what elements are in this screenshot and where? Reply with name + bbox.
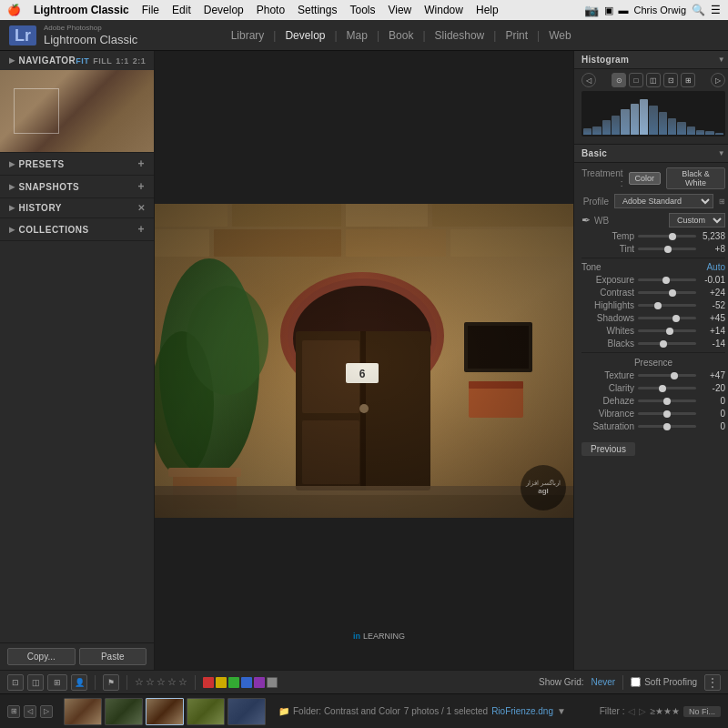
- menu-develop[interactable]: Develop: [204, 4, 244, 16]
- hamburger-icon[interactable]: ☰: [711, 4, 721, 16]
- hist-tool-2[interactable]: □: [629, 73, 643, 87]
- apple-menu[interactable]: 🍎: [7, 4, 21, 16]
- filmstrip-arrow-right[interactable]: ▷: [40, 705, 53, 718]
- temp-slider-track[interactable]: [638, 235, 696, 238]
- star-4[interactable]: ☆: [167, 676, 177, 688]
- slider-thumb-3[interactable]: [672, 315, 680, 322]
- tab-map[interactable]: Map: [339, 27, 375, 44]
- fit-btn[interactable]: FIT: [76, 56, 89, 66]
- star-rating[interactable]: ☆ ☆ ☆ ☆ ☆: [135, 676, 187, 688]
- wb-select[interactable]: Custom: [669, 213, 725, 228]
- tab-develop[interactable]: Develop: [278, 27, 332, 44]
- color-yellow[interactable]: [216, 677, 227, 688]
- hist-tool-3[interactable]: ◫: [646, 73, 661, 87]
- slider-track-5[interactable]: [638, 342, 696, 345]
- color-purple[interactable]: [254, 677, 265, 688]
- compare-icon[interactable]: ◫: [27, 674, 44, 691]
- presence-thumb-1[interactable]: [659, 385, 666, 392]
- no-filter-btn[interactable]: No Fi...: [683, 706, 721, 717]
- hist-tool-4[interactable]: ⊡: [663, 73, 678, 87]
- tab-print[interactable]: Print: [498, 27, 535, 44]
- menu-settings[interactable]: Settings: [298, 4, 337, 16]
- star-2[interactable]: ☆: [146, 676, 155, 688]
- filmstrip-thumb-1[interactable]: [64, 698, 102, 725]
- filmstrip-thumb-4[interactable]: [187, 698, 225, 725]
- tone-auto[interactable]: Auto: [706, 262, 725, 272]
- profile-select[interactable]: Adobe Standard: [614, 194, 713, 208]
- loupe-icon[interactable]: ⊡: [7, 674, 24, 691]
- 2-1-btn[interactable]: 2:1: [133, 56, 147, 66]
- tint-slider-track[interactable]: [638, 248, 696, 250]
- slider-thumb-0[interactable]: [662, 277, 670, 284]
- menu-edit[interactable]: Edit: [172, 4, 191, 16]
- 1-1-btn[interactable]: 1:1: [116, 56, 129, 66]
- slider-thumb-1[interactable]: [669, 289, 676, 297]
- presence-track-2[interactable]: [638, 399, 696, 402]
- color-btn[interactable]: Color: [629, 172, 662, 185]
- survey-icon[interactable]: ⊞: [47, 674, 67, 691]
- filter-arrow-left[interactable]: ◁: [628, 706, 635, 716]
- collections-add[interactable]: +: [137, 223, 145, 236]
- menu-window[interactable]: Window: [424, 4, 463, 16]
- filmstrip-thumb-3[interactable]: [146, 698, 184, 725]
- star-3[interactable]: ☆: [157, 676, 166, 688]
- tab-web[interactable]: Web: [541, 27, 578, 44]
- presets-header[interactable]: ▶ Presets +: [0, 153, 154, 175]
- clip-highlight-icon[interactable]: ▷: [711, 73, 725, 87]
- snapshots-header[interactable]: ▶ Snapshots +: [0, 176, 154, 197]
- presence-track-0[interactable]: [638, 374, 696, 377]
- slider-track-2[interactable]: [638, 304, 696, 307]
- dropdown-arrow[interactable]: ▼: [557, 706, 566, 716]
- color-green[interactable]: [228, 677, 239, 688]
- presets-add[interactable]: +: [137, 157, 145, 170]
- collections-header[interactable]: ▶ Collections +: [0, 218, 154, 240]
- tab-library[interactable]: Library: [224, 27, 272, 44]
- presence-thumb-0[interactable]: [671, 372, 678, 379]
- presence-track-4[interactable]: [638, 425, 696, 428]
- tab-book[interactable]: Book: [381, 27, 420, 44]
- menu-photo[interactable]: Photo: [257, 4, 285, 16]
- previous-button[interactable]: Previous: [581, 442, 635, 456]
- color-blue[interactable]: [241, 677, 252, 688]
- paste-button[interactable]: Paste: [79, 648, 147, 665]
- soft-proofing-checkbox[interactable]: [631, 677, 641, 687]
- star-1[interactable]: ☆: [135, 676, 144, 688]
- filmstrip-arrow-left[interactable]: ◁: [24, 705, 36, 718]
- filmstrip-thumb-5[interactable]: [228, 698, 266, 725]
- menu-tools[interactable]: Tools: [349, 4, 375, 16]
- snapshots-add[interactable]: +: [137, 180, 145, 193]
- clip-shadow-icon[interactable]: ◁: [581, 73, 596, 87]
- star-5[interactable]: ☆: [178, 676, 187, 688]
- tab-slideshow[interactable]: Slideshow: [428, 27, 492, 44]
- slider-track-1[interactable]: [638, 291, 696, 294]
- slider-thumb-2[interactable]: [654, 302, 662, 309]
- basic-section-header[interactable]: Basic ▼: [574, 145, 728, 163]
- slider-thumb-4[interactable]: [666, 328, 673, 335]
- more-options-icon[interactable]: ⋮: [704, 674, 721, 691]
- slider-track-4[interactable]: [638, 329, 696, 332]
- hist-tool-1[interactable]: ⊙: [612, 73, 626, 87]
- never-label[interactable]: Never: [592, 677, 616, 687]
- menu-help[interactable]: Help: [476, 4, 499, 16]
- people-icon[interactable]: 👤: [71, 674, 87, 691]
- hist-tool-5[interactable]: ⊞: [681, 73, 695, 87]
- history-header[interactable]: ▶ History ✕: [0, 198, 154, 217]
- profile-grid-icon[interactable]: ⊞: [719, 197, 725, 206]
- presence-thumb-3[interactable]: [663, 410, 671, 418]
- navigator-header[interactable]: ▶ Navigator FIT FILL 1:1 2:1: [0, 51, 154, 70]
- presence-thumb-2[interactable]: [663, 398, 671, 405]
- tint-slider-thumb[interactable]: [664, 246, 672, 253]
- filter-arrow-right[interactable]: ▷: [639, 706, 646, 716]
- filmstrip-grid[interactable]: ⊞: [7, 705, 20, 718]
- history-clear[interactable]: ✕: [137, 203, 146, 213]
- filmstrip-thumb-2[interactable]: [105, 698, 143, 725]
- slider-track-0[interactable]: [638, 278, 696, 281]
- search-icon[interactable]: 🔍: [692, 4, 705, 16]
- fill-btn[interactable]: FILL: [93, 56, 112, 66]
- temp-slider-thumb[interactable]: [669, 233, 676, 240]
- color-red[interactable]: [203, 677, 214, 688]
- bw-btn[interactable]: Black & White: [666, 167, 725, 189]
- eyedropper-icon[interactable]: ✒: [581, 214, 591, 227]
- slider-track-3[interactable]: [638, 317, 696, 319]
- copy-button[interactable]: Copy...: [7, 648, 76, 665]
